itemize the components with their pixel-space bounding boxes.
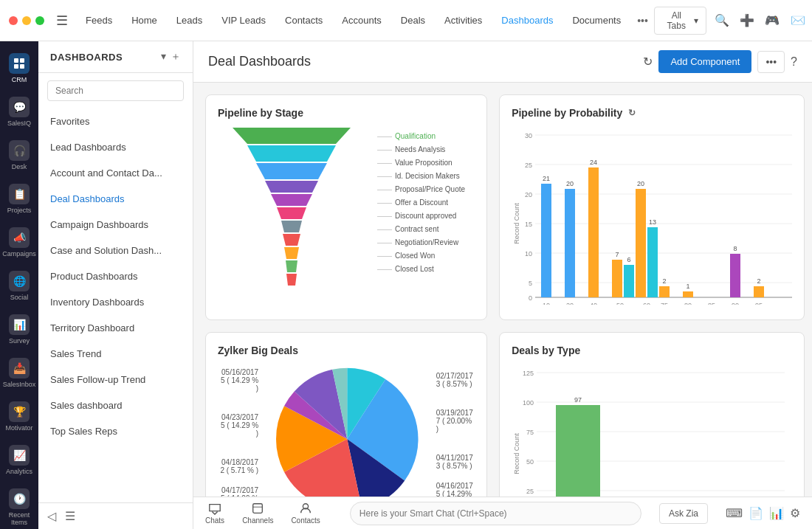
nav-tab-vip-leads[interactable]: VIP Leads: [213, 9, 275, 32]
svg-text:100: 100: [523, 399, 534, 407]
nav-tab-feeds[interactable]: Feeds: [77, 9, 121, 32]
bottom-channels[interactable]: Channels: [242, 502, 273, 525]
sidebar-item-inventory-dashboards[interactable]: Inventory Dashboards: [38, 289, 193, 315]
bottom-icon-4[interactable]: ⚙: [790, 506, 800, 520]
bar-60-orange: [636, 189, 646, 297]
bottom-contacts[interactable]: Contacts: [291, 502, 320, 525]
page-title: Deal Dashboards: [208, 54, 634, 69]
svg-text:7: 7: [616, 251, 619, 258]
svg-text:25: 25: [525, 162, 532, 169]
sidebar-icon-desk[interactable]: 🎧 Desk: [3, 134, 35, 176]
sidebar-item-account-contact[interactable]: Account and Contact Da...: [38, 160, 193, 186]
svg-marker-4: [233, 128, 351, 144]
sidebar-collapse-icon[interactable]: ◁: [47, 509, 56, 523]
analytics-icon: 📈: [9, 445, 30, 466]
all-tabs-button[interactable]: All Tabs ▾: [654, 7, 706, 35]
svg-text:10: 10: [543, 302, 550, 305]
search-icon[interactable]: 🔍: [712, 10, 732, 31]
svg-text:25: 25: [526, 488, 534, 495]
funnel-container: Qualification Needs Analysis Value Propo…: [218, 128, 475, 305]
bottom-icon-3[interactable]: 📊: [769, 506, 784, 520]
probability-refresh-icon[interactable]: ↻: [628, 108, 636, 118]
chart-title-pipeline-stage: Pipeline by Stage: [218, 107, 475, 119]
nav-sidebar-add-icon[interactable]: ＋: [171, 50, 181, 63]
add-icon[interactable]: ➕: [737, 10, 757, 31]
icon-sidebar: CRM 💬 SalesIQ 🎧 Desk 📋 Projects 📣 Campai…: [0, 41, 38, 529]
svg-text:Record Count: Record Count: [513, 203, 520, 244]
nav-tab-contacts[interactable]: Contacts: [276, 9, 331, 32]
minimize-button[interactable]: [22, 16, 31, 25]
sidebar-item-sales-followup[interactable]: Sales Follow-up Trend: [38, 367, 193, 393]
nav-tab-dashboards[interactable]: Dashboards: [492, 9, 562, 32]
maximize-button[interactable]: [35, 16, 44, 25]
close-button[interactable]: [9, 16, 18, 25]
funnel-label-negotiation: Negotiation/Review: [377, 237, 465, 249]
help-button[interactable]: ?: [791, 55, 797, 69]
nav-tab-leads[interactable]: Leads: [168, 9, 211, 32]
nav-more-icon[interactable]: •••: [631, 9, 654, 32]
smart-chat-input[interactable]: [350, 502, 641, 525]
sidebar-item-campaign-dashboards[interactable]: Campaign Dashboards: [38, 212, 193, 238]
sidebar-icon-recent[interactable]: 🕐 Recent Items: [3, 483, 35, 529]
salesinbox-label: SalesInbox: [3, 381, 36, 388]
bottom-icon-2[interactable]: 📄: [749, 506, 763, 520]
social-icon: 🌐: [9, 271, 30, 291]
zylker-pie-svg: [273, 368, 421, 497]
zylker-label-0418: 04/18/20172 ( 5.71 % ): [218, 458, 258, 474]
svg-text:6: 6: [627, 256, 631, 263]
campaigns-icon: 📣: [9, 227, 30, 248]
sidebar-icon-crm[interactable]: CRM: [3, 47, 35, 89]
svg-text:2: 2: [663, 277, 667, 285]
sidebar-icon-social[interactable]: 🌐 Social: [3, 265, 35, 307]
sidebar-icon-motivator[interactable]: 🏆 Motivator: [3, 395, 35, 438]
nav-sidebar-dropdown-icon[interactable]: ▾: [161, 50, 166, 63]
sidebar-nav: Favorites Lead Dashboards Account and Co…: [38, 108, 193, 502]
mail-icon[interactable]: ✉️: [788, 10, 808, 31]
refresh-button[interactable]: ↻: [643, 55, 653, 69]
sidebar-icon-analytics[interactable]: 📈 Analytics: [3, 439, 35, 481]
bottom-icon-1[interactable]: ⌨: [726, 506, 743, 520]
svg-text:15: 15: [525, 221, 532, 228]
nav-tab-deals[interactable]: Deals: [392, 9, 434, 32]
sidebar-item-lead-dashboards[interactable]: Lead Dashboards: [38, 134, 193, 160]
sidebar-icon-salesiq[interactable]: 💬 SalesIQ: [3, 91, 35, 133]
sidebar-item-sales-trend[interactable]: Sales Trend: [38, 341, 193, 367]
svg-rect-1: [20, 58, 24, 63]
sidebar-item-territory-dashboard[interactable]: Territory Dashboard: [38, 315, 193, 341]
add-component-button[interactable]: Add Component: [658, 50, 751, 73]
chart-deals-by-type: Deals by Type 125 100 75 50 25 0: [499, 332, 805, 497]
social-label: Social: [10, 294, 29, 301]
sidebar-item-favorites[interactable]: Favorites: [38, 108, 193, 134]
funnel-svg: [218, 128, 365, 305]
sidebar-item-top-sales-reps[interactable]: Top Sales Reps: [38, 418, 193, 444]
nav-tab-activities[interactable]: Activities: [436, 9, 491, 32]
hamburger-icon[interactable]: ☰: [56, 13, 68, 29]
sidebar-list-icon[interactable]: ☰: [65, 509, 75, 523]
bottom-chats[interactable]: Chats: [205, 502, 224, 525]
survey-label: Survey: [9, 337, 30, 345]
zylker-label-0423: 04/23/20175 ( 14.29 % ): [218, 413, 258, 438]
gamepad-icon[interactable]: 🎮: [763, 10, 782, 31]
probability-bar-chart-svg: 30 25 20 15 10 5 0 Record Count: [512, 128, 792, 305]
bar-20-blue: [565, 189, 575, 297]
sidebar-icon-survey[interactable]: 📊 Survey: [3, 308, 35, 350]
sidebar-icon-salesinbox[interactable]: 📥 SalesInbox: [3, 352, 35, 394]
sidebar-item-sales-dashboard[interactable]: Sales dashboard: [38, 393, 193, 418]
sidebar-item-deal-dashboards[interactable]: Deal Dashboards: [38, 186, 193, 212]
sidebar-item-case-solution[interactable]: Case and Solution Dash...: [38, 238, 193, 263]
more-options-button[interactable]: •••: [757, 51, 785, 73]
sidebar-item-product-dashboards[interactable]: Product Dashboards: [38, 263, 193, 289]
nav-tab-accounts[interactable]: Accounts: [333, 9, 390, 32]
funnel-label-needs-analysis: Needs Analysis: [377, 144, 465, 156]
ask-zia-button[interactable]: Ask Zia: [659, 503, 708, 524]
svg-marker-10: [281, 221, 302, 232]
search-input[interactable]: [47, 80, 184, 101]
bar-60-teal: [647, 227, 658, 297]
sidebar-icon-campaigns[interactable]: 📣 Campaigns: [3, 221, 35, 263]
svg-text:1: 1: [687, 283, 690, 290]
nav-tab-home[interactable]: Home: [123, 9, 166, 32]
svg-text:Record Count: Record Count: [513, 433, 520, 474]
zylker-label-0217: 02/17/20173 ( 8.57% ): [436, 372, 475, 388]
sidebar-icon-projects[interactable]: 📋 Projects: [3, 178, 35, 220]
nav-tab-documents[interactable]: Documents: [563, 9, 630, 32]
